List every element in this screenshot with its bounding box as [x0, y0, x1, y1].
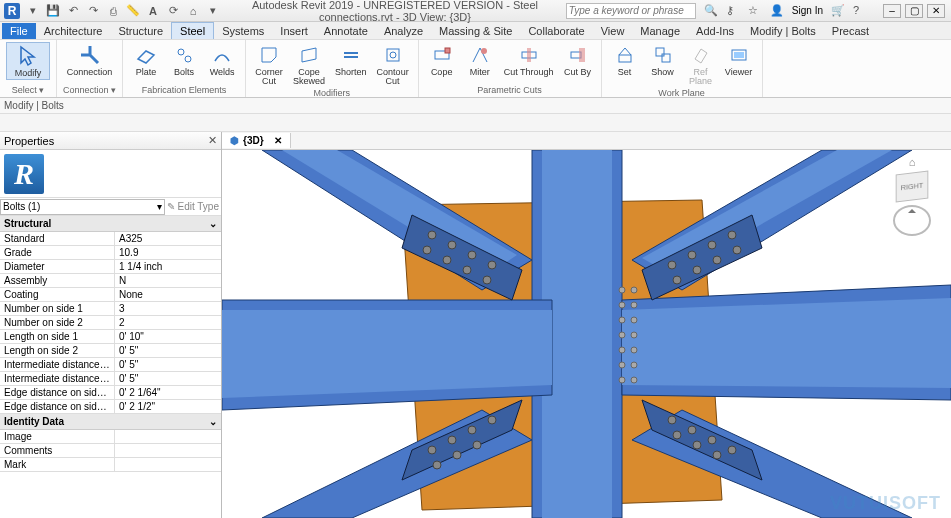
property-row[interactable]: Intermediate distance o...0' 5": [0, 358, 221, 372]
property-value[interactable]: [115, 444, 221, 457]
more-icon[interactable]: ▾: [206, 4, 220, 18]
property-value[interactable]: A325: [115, 232, 221, 245]
print-icon[interactable]: ⎙: [106, 4, 120, 18]
property-value[interactable]: None: [115, 288, 221, 301]
menu-tab-collaborate[interactable]: Collaborate: [520, 23, 592, 39]
home-icon[interactable]: ⌂: [186, 4, 200, 18]
connection-button[interactable]: Connection: [64, 42, 116, 78]
contour-cut-button[interactable]: Contour Cut: [374, 42, 412, 88]
sync-icon[interactable]: ⟳: [166, 4, 180, 18]
viewer-button[interactable]: Viewer: [722, 42, 756, 78]
tab-close-icon[interactable]: ✕: [274, 135, 282, 146]
viewcube[interactable]: ⌂ RIGHT: [885, 156, 939, 236]
menu-tab-annotate[interactable]: Annotate: [316, 23, 376, 39]
user-icon[interactable]: 👤: [770, 4, 784, 18]
property-row[interactable]: Diameter1 1/4 inch: [0, 260, 221, 274]
property-row[interactable]: AssemblyN: [0, 274, 221, 288]
undo-icon[interactable]: ↶: [66, 4, 80, 18]
property-value[interactable]: 1 1/4 inch: [115, 260, 221, 273]
star-icon[interactable]: ☆: [748, 4, 762, 18]
property-row[interactable]: Edge distance on side 20' 2 1/2": [0, 400, 221, 414]
3d-canvas[interactable]: [222, 150, 951, 518]
text-icon[interactable]: A: [146, 4, 160, 18]
property-value[interactable]: 0' 2 1/64": [115, 386, 221, 399]
property-value[interactable]: [115, 430, 221, 443]
signin-link[interactable]: Sign In: [792, 5, 823, 16]
property-value[interactable]: 0' 5": [115, 358, 221, 371]
menu-tab-analyze[interactable]: Analyze: [376, 23, 431, 39]
property-value[interactable]: 0' 5": [115, 372, 221, 385]
menu-tab-systems[interactable]: Systems: [214, 23, 272, 39]
welds-button[interactable]: Welds: [205, 42, 239, 78]
menu-tab-structure[interactable]: Structure: [110, 23, 171, 39]
cut-through-button[interactable]: Cut Through: [501, 42, 557, 78]
menu-tab-modify-bolts[interactable]: Modify | Bolts: [742, 23, 824, 39]
property-value[interactable]: 3: [115, 302, 221, 315]
properties-close-icon[interactable]: ✕: [208, 134, 217, 147]
property-value[interactable]: 2: [115, 316, 221, 329]
section-identity[interactable]: Identity Data⌄: [0, 414, 221, 430]
show-button[interactable]: Show: [646, 42, 680, 78]
viewport[interactable]: ⬢ {3D} ✕: [222, 132, 951, 518]
cope-button[interactable]: Cope: [425, 42, 459, 78]
group-select[interactable]: Select ▾: [12, 85, 45, 95]
plate-button[interactable]: Plate: [129, 42, 163, 78]
measure-icon[interactable]: 📏: [126, 4, 140, 18]
help-icon[interactable]: ?: [853, 4, 867, 18]
property-row[interactable]: Intermediate distance o...0' 5": [0, 372, 221, 386]
property-row[interactable]: Number on side 13: [0, 302, 221, 316]
property-value[interactable]: N: [115, 274, 221, 287]
redo-icon[interactable]: ↷: [86, 4, 100, 18]
nav-compass[interactable]: [893, 205, 931, 236]
menu-file[interactable]: File: [2, 23, 36, 39]
app-logo-icon[interactable]: R: [4, 3, 20, 19]
group-connection[interactable]: Connection ▾: [63, 85, 116, 95]
close-button[interactable]: ✕: [927, 4, 945, 18]
viewcube-cube[interactable]: RIGHT: [896, 171, 929, 203]
type-selector[interactable]: Bolts (1) ▾: [0, 199, 165, 215]
minimize-button[interactable]: –: [883, 4, 901, 18]
property-row[interactable]: Edge distance on side 10' 2 1/64": [0, 386, 221, 400]
open-icon[interactable]: ▾: [26, 4, 40, 18]
property-row[interactable]: Number on side 22: [0, 316, 221, 330]
property-value[interactable]: 10.9: [115, 246, 221, 259]
maximize-button[interactable]: ▢: [905, 4, 923, 18]
menu-tab-architecture[interactable]: Architecture: [36, 23, 111, 39]
menu-tab-add-ins[interactable]: Add-Ins: [688, 23, 742, 39]
set-button[interactable]: Set: [608, 42, 642, 78]
cope-skewed-button[interactable]: Cope Skewed: [290, 42, 328, 88]
menu-tab-view[interactable]: View: [593, 23, 633, 39]
cart-icon[interactable]: 🛒: [831, 4, 845, 18]
property-value[interactable]: 0' 5": [115, 344, 221, 357]
key-icon[interactable]: ⚷: [726, 4, 740, 18]
property-row[interactable]: StandardA325: [0, 232, 221, 246]
binoculars-icon[interactable]: 🔍: [704, 4, 718, 18]
property-value[interactable]: 0' 2 1/2": [115, 400, 221, 413]
home-view-icon[interactable]: ⌂: [909, 156, 916, 168]
view-tab-3d[interactable]: ⬢ {3D} ✕: [222, 133, 291, 148]
shorten-button[interactable]: Shorten: [332, 42, 370, 78]
menu-tab-insert[interactable]: Insert: [272, 23, 316, 39]
property-row[interactable]: Mark: [0, 458, 221, 472]
search-input[interactable]: [566, 3, 696, 19]
menu-tab-precast[interactable]: Precast: [824, 23, 877, 39]
property-row[interactable]: Length on side 10' 10": [0, 330, 221, 344]
cut-by-button[interactable]: Cut By: [561, 42, 595, 78]
edit-type-button[interactable]: ✎ Edit Type: [165, 201, 221, 212]
property-row[interactable]: Length on side 20' 5": [0, 344, 221, 358]
menu-tab-manage[interactable]: Manage: [632, 23, 688, 39]
property-value[interactable]: 0' 10": [115, 330, 221, 343]
menu-tab-steel[interactable]: Steel: [171, 22, 214, 39]
property-row[interactable]: Image: [0, 430, 221, 444]
save-icon[interactable]: 💾: [46, 4, 60, 18]
section-structural[interactable]: Structural⌄: [0, 216, 221, 232]
menu-tab-massing-site[interactable]: Massing & Site: [431, 23, 520, 39]
property-row[interactable]: Grade10.9: [0, 246, 221, 260]
bolts-button[interactable]: Bolts: [167, 42, 201, 78]
miter-button[interactable]: Miter: [463, 42, 497, 78]
property-row[interactable]: Comments: [0, 444, 221, 458]
property-value[interactable]: [115, 458, 221, 471]
property-row[interactable]: CoatingNone: [0, 288, 221, 302]
corner-cut-button[interactable]: Corner Cut: [252, 42, 286, 88]
modify-button[interactable]: Modify: [6, 42, 50, 80]
